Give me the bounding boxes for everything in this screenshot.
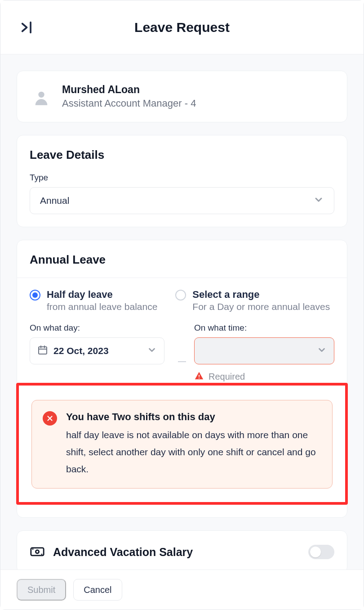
user-role: Assistant Account Manager - 4 — [62, 98, 196, 109]
alert-body: half day leave is not available on days … — [66, 426, 321, 477]
svg-point-0 — [38, 91, 44, 97]
advanced-salary-title: Advanced Vacation Salary — [53, 546, 193, 559]
cancel-button[interactable]: Cancel — [73, 579, 122, 601]
radio-icon — [30, 290, 40, 301]
radio-half-title: Half day leave — [47, 289, 157, 301]
day-value: 22 Oct, 2023 — [53, 345, 142, 356]
chevron-down-icon — [147, 345, 157, 357]
type-label: Type — [30, 173, 334, 183]
collapse-icon[interactable] — [18, 18, 36, 36]
alert-highlight: You have Two shifts on this day half day… — [16, 383, 348, 505]
radio-range-title: Select a range — [192, 289, 330, 301]
alert-title: You have Two shifts on this day — [66, 411, 321, 423]
leave-details-title: Leave Details — [17, 135, 347, 173]
svg-rect-1 — [39, 347, 47, 354]
alert-box: You have Two shifts on this day half day… — [31, 400, 333, 489]
svg-rect-3 — [199, 378, 200, 379]
day-picker[interactable]: 22 Oct, 2023 — [30, 337, 164, 364]
user-name: Murshed ALoan — [62, 84, 196, 96]
dash-separator — [178, 361, 186, 362]
cash-icon — [30, 543, 45, 561]
advanced-salary-toggle[interactable] — [308, 545, 334, 559]
type-value: Annual — [40, 195, 69, 206]
day-label: On what day: — [30, 323, 170, 333]
annual-title: Annual Leave — [17, 240, 347, 278]
user-card: Murshed ALoan Assistant Account Manager … — [17, 71, 347, 122]
error-circle-icon — [43, 411, 57, 426]
radio-icon — [175, 290, 186, 301]
leave-details-card: Leave Details Type Annual — [17, 135, 347, 227]
svg-rect-2 — [199, 375, 200, 377]
submit-button[interactable]: Submit — [17, 579, 66, 601]
radio-half-sub: from annual leave balance — [47, 301, 157, 312]
chevron-down-icon — [317, 345, 327, 357]
page-title: Leave Request — [0, 20, 364, 35]
warning-icon — [194, 371, 204, 383]
radio-half-day[interactable]: Half day leave from annual leave balance — [30, 289, 157, 312]
time-select[interactable] — [194, 337, 334, 364]
required-text: Required — [209, 372, 245, 382]
radio-range-sub: For a Day or more annual leaves — [192, 301, 330, 312]
annual-leave-card: Annual Leave Half day leave from annual … — [17, 240, 347, 518]
svg-point-5 — [36, 550, 39, 553]
calendar-icon — [37, 345, 48, 357]
advanced-salary-card: Advanced Vacation Salary — [17, 530, 347, 570]
chevron-down-icon — [313, 194, 324, 207]
avatar-icon — [31, 87, 51, 107]
required-hint: Required — [194, 371, 334, 383]
time-label: On what time: — [194, 323, 334, 333]
radio-range[interactable]: Select a range For a Day or more annual … — [175, 289, 330, 312]
type-select[interactable]: Annual — [30, 187, 334, 214]
